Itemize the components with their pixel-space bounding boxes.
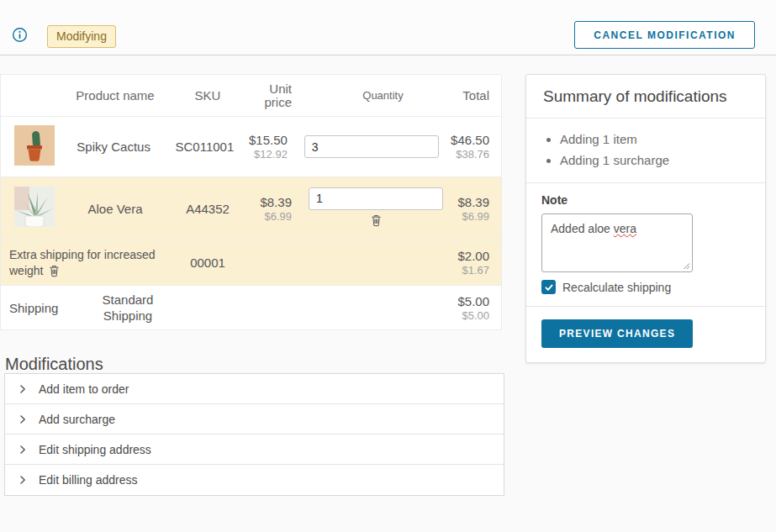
modifications-accordion: Add item to order Add surcharge Edit shi… bbox=[4, 373, 504, 496]
header-quantity: Quantity bbox=[292, 89, 457, 102]
product-image-spiky-cactus bbox=[14, 125, 55, 166]
line-total-current: $46.50 bbox=[451, 133, 489, 147]
table-row-shipping: Shipping Standard Shipping $5.00 $5.00 bbox=[1, 286, 501, 329]
line-total-current: $5.00 bbox=[457, 294, 489, 308]
chevron-right-icon bbox=[18, 384, 28, 394]
info-circle-icon[interactable] bbox=[12, 27, 28, 43]
product-name: Spiky Cactus bbox=[55, 140, 172, 154]
accordion-add-surcharge[interactable]: Add surcharge bbox=[5, 404, 504, 435]
line-total-current: $8.39 bbox=[457, 195, 489, 209]
shipping-method-text: Standard Shipping bbox=[94, 292, 161, 324]
quantity-input-aloe-vera[interactable] bbox=[309, 187, 443, 210]
unit-price: $8.39 $6.99 bbox=[241, 195, 292, 223]
trash-icon bbox=[370, 213, 383, 227]
chevron-right-icon bbox=[18, 475, 28, 485]
header-total: Total bbox=[457, 88, 501, 103]
unit-price-current: $15.50 bbox=[249, 133, 288, 147]
unit-price-current: $8.39 bbox=[260, 195, 292, 209]
surcharge-text: Extra shipping for increased weight bbox=[9, 248, 156, 277]
line-total-discounted: $5.00 bbox=[370, 309, 489, 322]
product-image-aloe-vera bbox=[14, 187, 55, 227]
summary-list: Adding 1 item Adding 1 surcharge bbox=[526, 119, 765, 183]
preview-changes-button[interactable]: PREVIEW CHANGES bbox=[541, 319, 693, 348]
summary-panel-title: Summary of modifications bbox=[526, 75, 765, 119]
table-row-surcharge: Extra shipping for increased weight 0000… bbox=[1, 240, 501, 286]
cancel-modification-button[interactable]: CANCEL MODIFICATION bbox=[574, 21, 755, 49]
line-total: $2.00 $1.67 bbox=[457, 249, 501, 277]
line-total-discounted: $6.99 bbox=[457, 210, 489, 223]
resize-handle-icon[interactable] bbox=[682, 261, 690, 270]
status-badge: Modifying bbox=[47, 25, 116, 48]
chevron-right-icon bbox=[18, 445, 28, 455]
surcharge-sku: 00001 bbox=[174, 255, 241, 270]
note-text: Added aloe bbox=[551, 222, 614, 235]
quantity-input-spiky-cactus[interactable] bbox=[304, 135, 439, 158]
unit-price-discounted: $6.99 bbox=[241, 210, 292, 223]
unit-price: $15.50 $12.92 bbox=[238, 133, 288, 161]
line-total: $46.50 $38.76 bbox=[451, 133, 501, 161]
line-total-discounted: $1.67 bbox=[457, 264, 489, 277]
delete-item-button[interactable] bbox=[370, 213, 383, 227]
unit-price-discounted: $12.92 bbox=[238, 148, 288, 161]
accordion-label: Edit shipping address bbox=[39, 443, 151, 456]
header-product-name: Product name bbox=[56, 88, 174, 103]
accordion-add-item-to-order[interactable]: Add item to order bbox=[5, 374, 504, 404]
table-row-aloe-vera: Aloe Vera A44352 $8.39 $6.99 bbox=[1, 177, 501, 240]
header-unit-price: Unit price bbox=[241, 82, 292, 109]
note-section: Note Added aloe vera Recalculate shippin… bbox=[526, 183, 765, 307]
accordion-label: Edit billing address bbox=[39, 473, 138, 487]
surcharge-label: Extra shipping for increased weight bbox=[1, 247, 174, 279]
delete-surcharge-button[interactable] bbox=[48, 264, 61, 277]
accordion-edit-shipping-address[interactable]: Edit shipping address bbox=[5, 435, 504, 465]
top-bar: Modifying CANCEL MODIFICATION bbox=[0, 0, 776, 55]
table-header-row: Product name SKU Unit price Quantity Tot… bbox=[1, 75, 501, 117]
shipping-method: Standard Shipping bbox=[82, 292, 174, 324]
recalculate-shipping-row: Recalculate shipping bbox=[541, 280, 750, 294]
product-sku: SC011001 bbox=[172, 140, 238, 154]
accordion-label: Add item to order bbox=[39, 382, 129, 396]
check-icon bbox=[544, 282, 554, 292]
product-name: Aloe Vera bbox=[56, 202, 174, 216]
shipping-label: Shipping bbox=[1, 301, 82, 315]
accordion-edit-billing-address[interactable]: Edit billing address bbox=[5, 465, 504, 495]
line-total: $5.00 $5.00 bbox=[370, 294, 501, 322]
line-total: $8.39 $6.99 bbox=[457, 195, 501, 223]
summary-item: Adding 1 surcharge bbox=[560, 150, 748, 171]
line-total-discounted: $38.76 bbox=[451, 148, 489, 161]
note-label: Note bbox=[541, 193, 750, 207]
chevron-right-icon bbox=[18, 414, 28, 424]
summary-item: Adding 1 item bbox=[560, 129, 748, 150]
recalculate-checkbox[interactable] bbox=[541, 280, 556, 294]
recalculate-label: Recalculate shipping bbox=[562, 281, 671, 294]
summary-panel: Summary of modifications Adding 1 item A… bbox=[525, 74, 766, 363]
trash-icon bbox=[48, 264, 61, 277]
table-row-spiky-cactus: Spiky Cactus SC011001 $15.50 $12.92 $46.… bbox=[1, 117, 501, 177]
header-sku: SKU bbox=[174, 88, 241, 103]
product-sku: A44352 bbox=[174, 202, 241, 216]
order-items-table: Product name SKU Unit price Quantity Tot… bbox=[0, 74, 502, 330]
line-total-current: $2.00 bbox=[457, 249, 489, 263]
note-text-misspelled: vera bbox=[614, 222, 636, 235]
modifications-title: Modifications bbox=[5, 355, 103, 374]
note-textarea[interactable]: Added aloe vera bbox=[541, 213, 693, 272]
accordion-label: Add surcharge bbox=[39, 413, 115, 426]
